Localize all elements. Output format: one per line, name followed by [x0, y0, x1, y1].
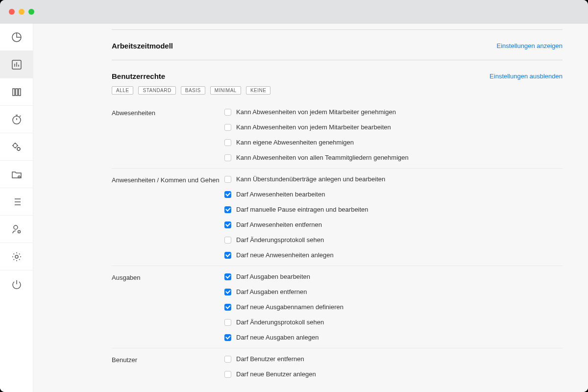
- preset-keine[interactable]: KEINE: [246, 86, 271, 95]
- stopwatch-icon: [11, 114, 23, 125]
- permission-checkbox[interactable]: [224, 221, 231, 228]
- sidebar-item-dashboard[interactable]: [0, 24, 33, 51]
- permission-group: BenutzerDarf Benutzer entfernenDarf neue…: [112, 348, 563, 385]
- power-icon: [11, 278, 23, 290]
- permission-checkbox[interactable]: [224, 206, 231, 213]
- permission-row: Darf Änderungsprotokoll sehen: [224, 318, 563, 326]
- permission-label: Kann Abwesenheiten von jedem Mitarbeiter…: [236, 123, 391, 131]
- permission-checkbox[interactable]: [224, 139, 231, 146]
- permission-checkbox[interactable]: [224, 252, 231, 259]
- permission-label: Kann Überstundenüberträge anlegen und be…: [236, 175, 385, 183]
- bar-chart-icon: [11, 59, 23, 71]
- section-title-rechte: Benutzerrechte: [112, 72, 165, 80]
- sidebar-item-automation[interactable]: [0, 133, 33, 161]
- permission-row: Darf neue Ausgaben anlegen: [224, 334, 563, 341]
- permission-group: Anwesenheiten / Kommen und GehenKann Übe…: [112, 169, 563, 266]
- permission-checkbox[interactable]: [224, 191, 231, 198]
- permission-row: Kann Abwesenheiten von allen Teammitglie…: [224, 154, 563, 161]
- group-items: Kann Überstundenüberträge anlegen und be…: [224, 175, 563, 259]
- svg-rect-3: [16, 89, 18, 96]
- permission-row: Darf manuelle Pause eintragen und bearbe…: [224, 206, 563, 213]
- permission-row: Darf neue Ausgabennamen definieren: [224, 303, 563, 311]
- permission-group: AusgabenDarf Ausgaben bearbeitenDarf Aus…: [112, 266, 563, 348]
- group-label: Benutzer: [112, 355, 224, 378]
- permission-checkbox[interactable]: [224, 371, 231, 378]
- permission-label: Darf Ausgaben entfernen: [236, 288, 307, 295]
- permission-checkbox[interactable]: [224, 124, 231, 131]
- library-icon: [11, 86, 23, 98]
- traffic-lights: [9, 9, 34, 15]
- sidebar-item-folder-settings[interactable]: [0, 161, 33, 188]
- svg-point-11: [15, 255, 18, 258]
- section-benutzerrechte: Benutzerrechte Einstellungen ausblenden …: [112, 60, 563, 385]
- permission-row: Darf Benutzer entfernen: [224, 355, 563, 363]
- permission-row: Darf Anwesenheiten bearbeiten: [224, 191, 563, 198]
- group-label: Abwesenheiten: [112, 108, 224, 161]
- permission-row: Kann Abwesenheiten von jedem Mitarbeiter…: [224, 123, 563, 131]
- permission-checkbox[interactable]: [224, 289, 231, 295]
- permission-row: Kann Überstundenüberträge anlegen und be…: [224, 175, 563, 183]
- app-body: Arbeitszeitmodell Einstellungen anzeigen…: [0, 24, 588, 392]
- permission-checkbox[interactable]: [224, 176, 231, 183]
- svg-point-7: [17, 147, 20, 150]
- group-items: Darf Benutzer entfernenDarf neue Benutze…: [224, 355, 563, 378]
- permission-label: Darf neue Ausgabennamen definieren: [236, 303, 343, 311]
- svg-point-9: [14, 225, 18, 229]
- sidebar-item-timer[interactable]: [0, 106, 33, 133]
- permission-checkbox[interactable]: [224, 154, 231, 161]
- sidebar-item-reports[interactable]: [0, 51, 33, 78]
- pie-chart-icon: [11, 31, 23, 43]
- permission-row: Darf Anwesenheiten entfernen: [224, 221, 563, 228]
- preset-standard[interactable]: STANDARD: [138, 86, 175, 95]
- sidebar: [0, 24, 33, 392]
- sidebar-item-library[interactable]: [0, 78, 33, 106]
- permission-checkbox[interactable]: [224, 237, 231, 244]
- user-gear-icon: [11, 223, 23, 235]
- sidebar-item-list[interactable]: [0, 188, 33, 216]
- section-title-arbeitszeit: Arbeitszeitmodell: [112, 42, 173, 50]
- permission-row: Kann eigene Abwesenheiten genehmigen: [224, 139, 563, 146]
- svg-point-8: [18, 176, 20, 178]
- permission-label: Darf Benutzer entfernen: [236, 355, 304, 363]
- folder-gear-icon: [11, 169, 23, 180]
- close-window-button[interactable]: [9, 9, 15, 15]
- permission-label: Darf Ausgaben bearbeiten: [236, 273, 310, 280]
- permission-label: Darf Anwesenheiten bearbeiten: [236, 191, 325, 198]
- minimize-window-button[interactable]: [19, 9, 24, 15]
- list-icon: [11, 196, 23, 208]
- permission-row: Kann Abwesenheiten von jedem Mitarbeiter…: [224, 108, 563, 116]
- permission-checkbox[interactable]: [224, 304, 231, 311]
- permission-groups: AbwesenheitenKann Abwesenheiten von jede…: [112, 101, 563, 385]
- permission-checkbox[interactable]: [224, 109, 231, 116]
- svg-rect-4: [19, 89, 21, 96]
- permission-checkbox[interactable]: [224, 356, 231, 363]
- main-content: Arbeitszeitmodell Einstellungen anzeigen…: [33, 24, 588, 392]
- sidebar-item-power[interactable]: [0, 270, 33, 298]
- permission-checkbox[interactable]: [224, 334, 231, 341]
- sidebar-item-settings[interactable]: [0, 243, 33, 270]
- group-items: Kann Abwesenheiten von jedem Mitarbeiter…: [224, 108, 563, 161]
- permission-checkbox[interactable]: [224, 273, 231, 280]
- preset-row: ALLESTANDARDBASISMINIMALKEINE: [112, 86, 563, 101]
- svg-point-10: [18, 230, 20, 233]
- permission-label: Kann Abwesenheiten von allen Teammitglie…: [236, 154, 409, 161]
- preset-minimal[interactable]: MINIMAL: [210, 86, 241, 95]
- svg-rect-2: [13, 89, 15, 96]
- permission-row: Darf neue Anwesenheiten anlegen: [224, 251, 563, 259]
- preset-alle[interactable]: ALLE: [112, 86, 133, 95]
- section-arbeitszeitmodell: Arbeitszeitmodell Einstellungen anzeigen: [112, 29, 563, 60]
- permission-row: Darf neue Benutzer anlegen: [224, 370, 563, 378]
- permission-label: Darf Änderungsprotokoll sehen: [236, 236, 324, 244]
- sidebar-item-user-settings[interactable]: [0, 216, 33, 243]
- permission-label: Kann Abwesenheiten von jedem Mitarbeiter…: [236, 108, 396, 116]
- toggle-arbeitszeit-link[interactable]: Einstellungen anzeigen: [497, 42, 563, 49]
- toggle-rechte-link[interactable]: Einstellungen ausblenden: [490, 73, 563, 80]
- permission-row: Darf Änderungsprotokoll sehen: [224, 236, 563, 244]
- permission-label: Darf manuelle Pause eintragen und bearbe…: [236, 206, 368, 213]
- permission-label: Darf neue Benutzer anlegen: [236, 370, 316, 378]
- zoom-window-button[interactable]: [28, 9, 34, 15]
- permission-label: Darf Anwesenheiten entfernen: [236, 221, 322, 228]
- permission-label: Darf neue Anwesenheiten anlegen: [236, 251, 334, 259]
- permission-checkbox[interactable]: [224, 319, 231, 326]
- preset-basis[interactable]: BASIS: [181, 86, 205, 95]
